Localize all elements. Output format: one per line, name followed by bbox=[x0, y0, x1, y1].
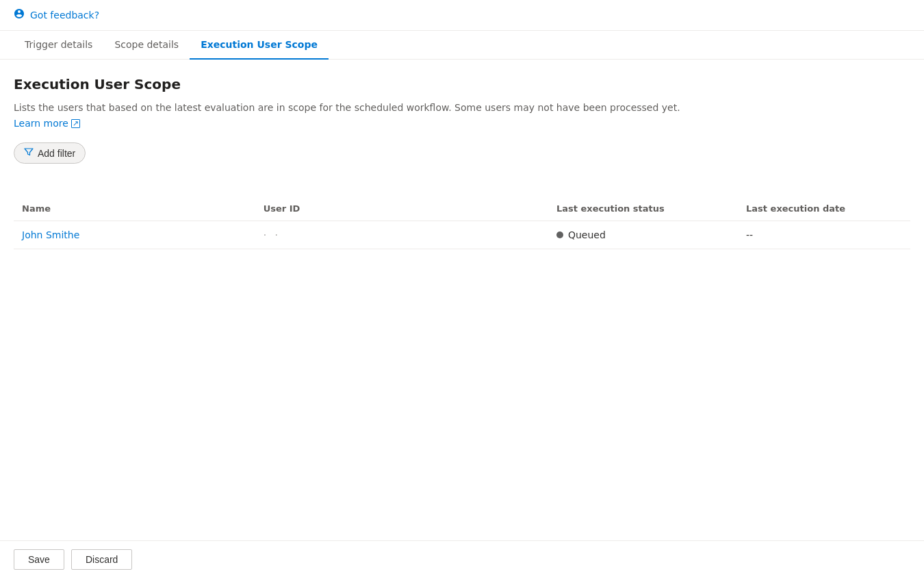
cell-status: Queued bbox=[548, 221, 738, 249]
column-header-status: Last execution status bbox=[548, 197, 738, 221]
tab-scope-details[interactable]: Scope details bbox=[103, 31, 190, 60]
add-filter-label: Add filter bbox=[38, 148, 75, 159]
table-row: John Smithe· ·Queued-- bbox=[14, 221, 910, 249]
status-text: Queued bbox=[568, 229, 606, 240]
filter-icon bbox=[24, 147, 34, 159]
user-name-link[interactable]: John Smithe bbox=[22, 229, 79, 240]
status-dot-icon bbox=[556, 231, 563, 238]
learn-more-link[interactable]: Learn more ↗ bbox=[14, 118, 80, 129]
page-title: Execution User Scope bbox=[14, 76, 910, 92]
tab-execution-user-scope[interactable]: Execution User Scope bbox=[190, 31, 329, 60]
external-link-icon: ↗ bbox=[71, 119, 80, 128]
tab-navigation: Trigger details Scope details Execution … bbox=[0, 31, 924, 60]
column-header-date: Last execution date bbox=[738, 197, 910, 221]
feedback-bar: Got feedback? bbox=[0, 0, 924, 31]
add-filter-button[interactable]: Add filter bbox=[14, 142, 86, 164]
description-text: Lists the users that based on the latest… bbox=[14, 101, 910, 115]
cell-date: -- bbox=[738, 221, 910, 249]
learn-more-label: Learn more bbox=[14, 118, 68, 129]
column-header-name: Name bbox=[14, 197, 255, 221]
save-button[interactable]: Save bbox=[14, 549, 64, 570]
footer-bar: Save Discard bbox=[0, 540, 924, 578]
discard-button[interactable]: Discard bbox=[71, 549, 132, 570]
tab-trigger-details[interactable]: Trigger details bbox=[14, 31, 103, 60]
got-feedback-link[interactable]: Got feedback? bbox=[30, 10, 99, 21]
column-header-userid: User ID bbox=[255, 197, 548, 221]
cell-userid: · · bbox=[255, 221, 548, 249]
user-scope-table: Name User ID Last execution status Last … bbox=[14, 197, 910, 249]
main-content: Execution User Scope Lists the users tha… bbox=[0, 60, 924, 540]
table-header-row: Name User ID Last execution status Last … bbox=[14, 197, 910, 221]
feedback-icon bbox=[14, 8, 25, 22]
cell-name: John Smithe bbox=[14, 221, 255, 249]
